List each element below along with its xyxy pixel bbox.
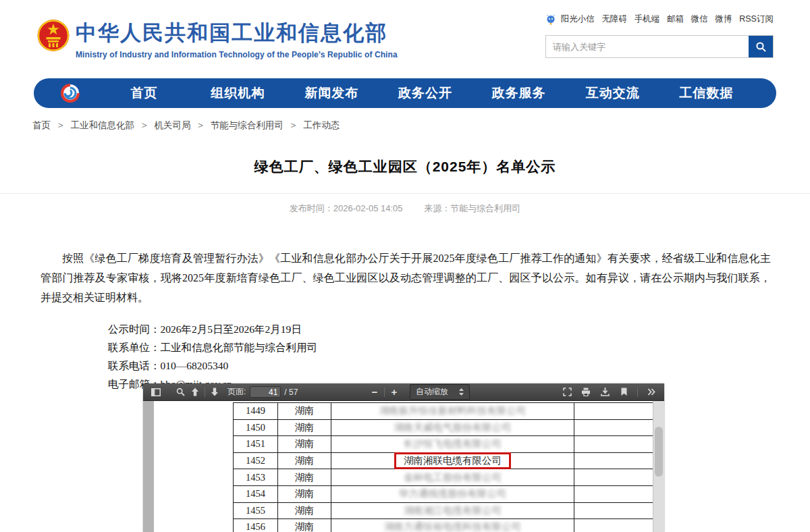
nav-item-gov-services[interactable]: 政务服务 (472, 84, 566, 102)
row-extra-cell (574, 519, 662, 532)
site-title-en: Ministry of Industry and Information Tec… (76, 50, 398, 59)
print-button[interactable] (578, 385, 593, 399)
site-header: 中华人民共和国工业和信息化部 Ministry of Industry and … (0, 0, 810, 76)
row-extra-cell (574, 436, 662, 452)
toolbar-more-button[interactable] (644, 385, 659, 399)
row-number: 1453 (234, 469, 278, 485)
row-extra-cell (574, 453, 662, 469)
table-row: 1456 湖南 湖南力通恒裕电缆科技有限公司 (234, 519, 662, 532)
link-yangguang-xiaoxin[interactable]: 阳光小信 (561, 14, 595, 25)
double-chevron-right-icon (647, 388, 655, 396)
breadcrumb-work-updates[interactable]: 工作动态 (303, 120, 340, 130)
search-input[interactable] (546, 36, 749, 57)
row-province: 湖南 (278, 436, 331, 452)
link-wechat[interactable]: 微信 (691, 14, 708, 25)
page-down-button[interactable] (207, 385, 222, 399)
zoom-controls: − + 自动缩放 (367, 384, 470, 400)
table-row: 1454 湖南 华力通线缆股份有限公司 (234, 486, 662, 503)
link-rss[interactable]: RSS订阅 (739, 14, 774, 25)
row-extra-cell (574, 420, 662, 436)
row-number: 1454 (234, 486, 278, 502)
toolbar-separator (205, 388, 205, 397)
nav-item-data[interactable]: 工信数据 (659, 84, 753, 102)
zoom-in-button[interactable]: + (387, 386, 402, 398)
select-updown-icon (459, 388, 464, 396)
search-button[interactable] (749, 36, 773, 57)
toolbar-right-group (560, 385, 659, 399)
nav-item-interaction[interactable]: 互动交流 (566, 84, 659, 102)
search-bar (545, 35, 774, 58)
miit-logo-icon (61, 84, 80, 103)
breadcrumb-departments[interactable]: 机关司局 (154, 120, 190, 130)
zoom-mode-select[interactable]: 自动缩放 (410, 384, 470, 400)
nav-item-gov-disclosure[interactable]: 政务公开 (379, 84, 473, 102)
zoom-mode-label: 自动缩放 (416, 386, 448, 398)
row-number: 1455 (234, 503, 278, 519)
row-province: 湖南 (278, 486, 331, 502)
row-extra-cell (574, 469, 662, 485)
company-name-blurred: 湖南振升恒佳新材料科技有限公司 (379, 404, 526, 417)
page-number-input[interactable] (250, 386, 281, 398)
row-number: 1451 (234, 436, 278, 452)
page-label: 页面: (227, 386, 246, 398)
site-title-block: 中华人民共和国工业和信息化部 Ministry of Industry and … (76, 19, 398, 59)
row-province: 湖南 (278, 469, 331, 485)
pdf-search-button[interactable] (173, 385, 188, 399)
row-province: 湖南 (278, 403, 331, 419)
company-name-blurred: 金杯电工股份有限公司 (404, 471, 502, 484)
row-province: 湖南 (278, 453, 331, 469)
pdf-toolbar: 页面: / 57 − + 自动缩放 (143, 383, 664, 401)
pdf-search-icon (176, 388, 185, 396)
quick-links: 阳光小信 无障碍 手机端 邮箱 微信 微博 RSS订阅 (545, 14, 774, 25)
table-row: 1449 湖南 湖南振升恒佳新材料科技有限公司 (234, 403, 662, 420)
row-province: 湖南 (278, 503, 331, 519)
toolbar-separator (637, 388, 638, 397)
presentation-mode-button[interactable] (560, 385, 574, 399)
nav-item-home[interactable]: 首页 (97, 84, 191, 102)
site-title-cn: 中华人民共和国工业和信息化部 (76, 19, 398, 47)
pdf-scrollbar[interactable] (653, 401, 664, 532)
link-weibo[interactable]: 微博 (716, 14, 732, 25)
table-row: 1451 湖南 长沙恒飞电缆有限公司 (234, 436, 662, 453)
link-mail[interactable]: 邮箱 (667, 14, 684, 25)
nav-item-news[interactable]: 新闻发布 (285, 84, 379, 102)
breadcrumb-miit[interactable]: 工业和信息化部 (70, 120, 134, 130)
zoom-out-button[interactable]: − (367, 386, 382, 398)
printer-icon (581, 388, 591, 396)
nav-item-organization[interactable]: 组织机构 (191, 84, 285, 102)
search-icon (755, 41, 767, 53)
page-up-button[interactable] (188, 385, 202, 399)
company-name-blurred: 湖南湘江电缆有限公司 (404, 504, 502, 517)
publish-time: 发布时间：2026-02-05 14:05 (290, 203, 403, 213)
pdf-scrollbar-thumb[interactable] (655, 427, 663, 477)
table-row: 1455 湖南 湖南湘江电缆有限公司 (234, 503, 662, 520)
toolbar-separator (384, 388, 385, 397)
row-province: 湖南 (278, 519, 331, 532)
company-name-blurred: 湖南天威电气股份有限公司 (394, 421, 512, 434)
public-notice-period: 公示时间：2026年2月5日至2026年2月19日 (108, 320, 810, 338)
table-row: 1453 湖南 金杯电工股份有限公司 (234, 469, 662, 486)
row-extra-cell (574, 503, 662, 519)
bookmark-icon (620, 388, 628, 396)
page-title: 绿色工厂、绿色工业园区（2025年）名单公示 (0, 157, 810, 176)
mascot-icon (545, 14, 556, 25)
link-accessibility[interactable]: 无障碍 (602, 14, 628, 25)
national-emblem-icon (37, 18, 70, 53)
sidebar-toggle-icon (151, 388, 161, 396)
pdf-content: 1449 湖南 湖南振升恒佳新材料科技有限公司 1450 湖南 湖南天威电气股份… (143, 401, 664, 532)
sidebar-toggle-button[interactable] (148, 385, 163, 399)
breadcrumb: 首页 > 工业和信息化部 > 机关司局 > 节能与综合利用司 > 工作动态 (32, 119, 810, 132)
article-body: 按照《绿色工厂梯度培育及管理暂行办法》《工业和信息化部办公厅关于开展2025年度… (40, 248, 771, 307)
pdf-page: 1449 湖南 湖南振升恒佳新材料科技有限公司 1450 湖南 湖南天威电气股份… (154, 401, 664, 532)
breadcrumb-energy-dept[interactable]: 节能与综合利用司 (211, 120, 284, 130)
company-name-blurred: 湖南力通恒裕电缆科技有限公司 (384, 521, 521, 532)
bookmark-button[interactable] (616, 385, 631, 399)
link-mobile[interactable]: 手机端 (634, 14, 660, 25)
contact-block: 公示时间：2026年2月5日至2026年2月19日 联系单位：工业和信息化部节能… (108, 320, 810, 393)
company-name-highlighted: 湖南湘联电缆有限公司 (394, 452, 511, 469)
download-button[interactable] (597, 385, 612, 399)
main-nav: 首页 组织机构 新闻发布 政务公开 政务服务 互动交流 工信数据 (34, 78, 776, 108)
breadcrumb-home[interactable]: 首页 (32, 120, 51, 130)
contact-phone: 联系电话：010—68205340 (108, 356, 810, 375)
row-number: 1450 (234, 420, 278, 436)
